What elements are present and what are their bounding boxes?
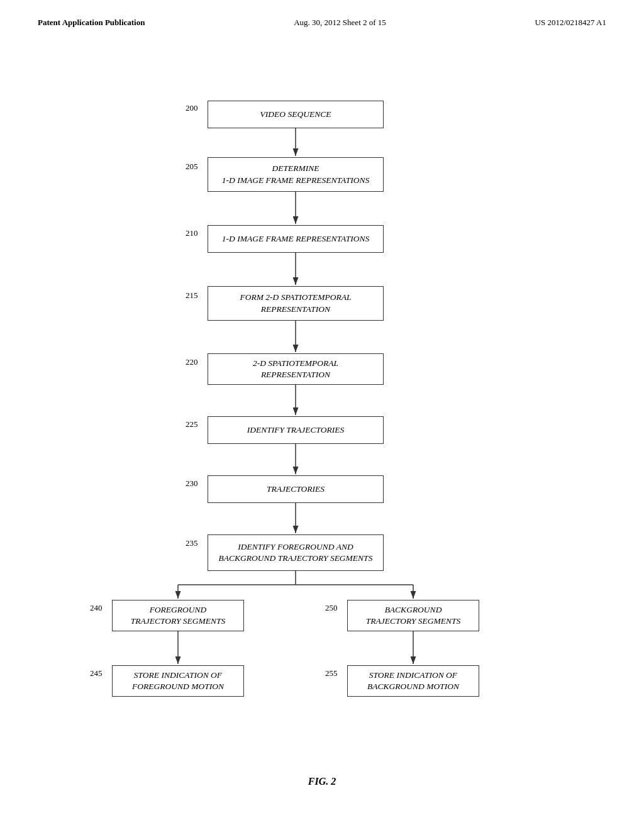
header-date-sheet: Aug. 30, 2012 Sheet 2 of 15 bbox=[294, 18, 386, 28]
header-publication: Patent Application Publication bbox=[38, 18, 145, 28]
figure-caption: FIG. 2 bbox=[0, 776, 644, 787]
label-235: 235 bbox=[186, 538, 198, 548]
box-205: DETERMINE 1-D IMAGE FRAME REPRESENTATION… bbox=[208, 157, 384, 192]
box-250: BACKGROUND TRAJECTORY SEGMENTS bbox=[347, 600, 479, 631]
diagram-area: VIDEO SEQUENCE 200 DETERMINE 1-D IMAGE F… bbox=[0, 82, 644, 773]
header-patent-number: US 2012/0218427 A1 bbox=[535, 18, 606, 28]
box-240: FOREGROUND TRAJECTORY SEGMENTS bbox=[112, 600, 244, 631]
box-210: 1-D IMAGE FRAME REPRESENTATIONS bbox=[208, 225, 384, 253]
label-205: 205 bbox=[186, 162, 198, 172]
box-200: VIDEO SEQUENCE bbox=[208, 101, 384, 128]
label-255: 255 bbox=[325, 668, 338, 678]
label-225: 225 bbox=[186, 419, 198, 429]
box-220: 2-D SPATIOTEMPORAL REPRESENTATION bbox=[208, 353, 384, 385]
box-230: TRAJECTORIES bbox=[208, 475, 384, 503]
label-215: 215 bbox=[186, 290, 198, 301]
box-245: STORE INDICATION OF FOREGROUND MOTION bbox=[112, 665, 244, 697]
box-235: IDENTIFY FOREGROUND AND BACKGROUND TRAJE… bbox=[208, 534, 384, 571]
label-200: 200 bbox=[186, 103, 198, 113]
label-220: 220 bbox=[186, 357, 198, 367]
label-245: 245 bbox=[90, 668, 103, 678]
label-250: 250 bbox=[325, 603, 338, 613]
label-210: 210 bbox=[186, 228, 198, 238]
label-240: 240 bbox=[90, 603, 103, 613]
page-header: Patent Application Publication Aug. 30, … bbox=[0, 0, 644, 28]
box-255: STORE INDICATION OF BACKGROUND MOTION bbox=[347, 665, 479, 697]
box-215: FORM 2-D SPATIOTEMPORAL REPRESENTATION bbox=[208, 286, 384, 321]
label-230: 230 bbox=[186, 479, 198, 489]
box-225: IDENTIFY TRAJECTORIES bbox=[208, 416, 384, 444]
